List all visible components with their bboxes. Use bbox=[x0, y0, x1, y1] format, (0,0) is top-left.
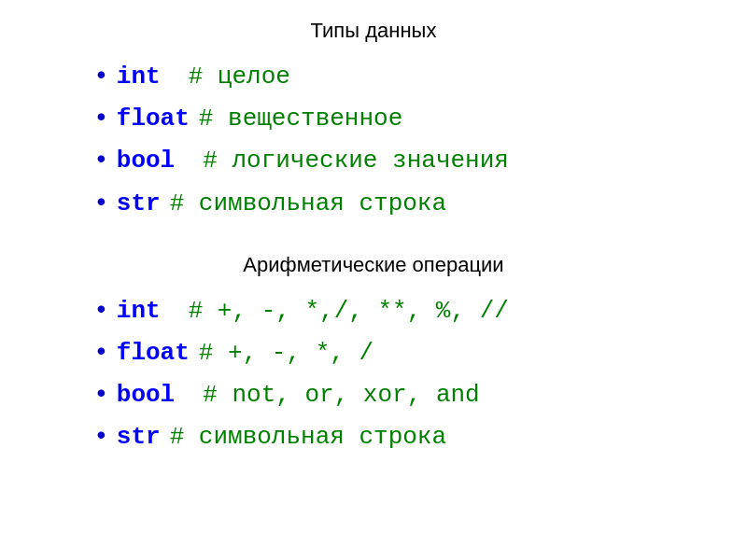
keyword: float bbox=[117, 336, 190, 370]
comment: # символьная строка bbox=[170, 420, 446, 454]
comment: # символьная строка bbox=[170, 187, 446, 220]
section1-title: Типы данных bbox=[37, 19, 710, 43]
section2-list: • int # +, -, *,/, **, %, // • float # +… bbox=[93, 292, 509, 461]
list-item: • int # +, -, *,/, **, %, // bbox=[93, 292, 509, 329]
bullet-icon: • bbox=[93, 142, 109, 178]
bullet-icon: • bbox=[93, 334, 109, 371]
list-item: • str # символьная строка bbox=[93, 418, 509, 455]
keyword: bool bbox=[117, 144, 175, 177]
keyword: float bbox=[117, 102, 190, 135]
section1-list: • int # целое • float # вещественное • b… bbox=[93, 58, 509, 227]
bullet-icon: • bbox=[93, 100, 109, 136]
comment: # целое bbox=[189, 60, 290, 93]
page: Типы данных • int # целое • float # веще… bbox=[0, 0, 747, 560]
bullet-icon: • bbox=[93, 58, 109, 94]
list-item: • str # символьная строка bbox=[93, 185, 509, 221]
keyword: str bbox=[117, 420, 161, 454]
keyword: int bbox=[117, 60, 161, 93]
comment: # +, -, *,/, **, %, // bbox=[189, 294, 509, 328]
list-item: • bool # логические значения bbox=[93, 142, 509, 178]
comment: # +, -, *, / bbox=[199, 336, 374, 370]
bullet-icon: • bbox=[93, 418, 109, 455]
comment: # not, or, xor, and bbox=[203, 378, 479, 412]
keyword: bool bbox=[117, 378, 175, 412]
list-item: • bool # not, or, xor, and bbox=[93, 376, 509, 413]
list-item: • float # +, -, *, / bbox=[93, 334, 509, 371]
bullet-icon: • bbox=[93, 292, 109, 329]
keyword: str bbox=[117, 187, 161, 220]
comment: # логические значения bbox=[203, 144, 509, 177]
keyword: int bbox=[117, 294, 161, 328]
comment: # вещественное bbox=[199, 102, 402, 135]
list-item: • float # вещественное bbox=[93, 100, 509, 136]
bullet-icon: • bbox=[93, 376, 109, 413]
bullet-icon: • bbox=[93, 185, 109, 221]
list-item: • int # целое bbox=[93, 58, 509, 94]
section2-title: Арифметические операции bbox=[37, 253, 710, 277]
